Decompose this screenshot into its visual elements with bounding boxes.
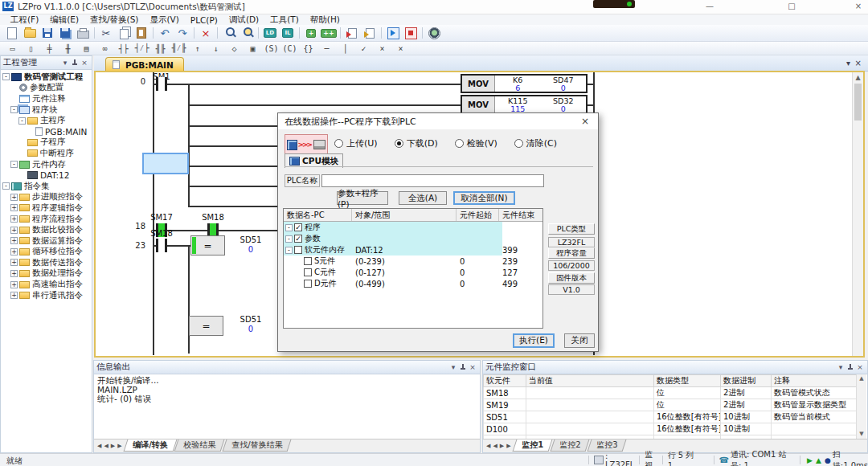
insert-cell-icon[interactable]: + (303, 26, 319, 40)
print-icon[interactable] (75, 26, 91, 40)
checkbox-icon[interactable]: ✓ (294, 223, 302, 231)
set-coil-icon[interactable]: (S) (263, 43, 280, 54)
minimize-button[interactable]: — (702, 1, 718, 12)
row-expander-icon[interactable]: - (285, 235, 293, 243)
dialog-close-icon[interactable]: × (579, 116, 592, 127)
pin-icon[interactable] (458, 362, 468, 372)
tree-item[interactable]: +程序流程指令 (1, 214, 92, 225)
monitor-row[interactable]: D10016位整数[有符号]10进制 (484, 423, 857, 435)
tree-item[interactable]: -主程序 (1, 115, 92, 126)
tree-item[interactable]: 元件注释 (1, 93, 92, 104)
tree-item[interactable]: +程序逻辑指令 (1, 202, 92, 214)
select-frame-icon[interactable]: ▭ (4, 43, 21, 54)
tree-expander-icon[interactable]: + (10, 248, 18, 255)
tab-监控1[interactable]: 监控1 (512, 439, 552, 452)
copy-icon[interactable] (116, 26, 132, 40)
panel-close-icon[interactable]: × (468, 362, 477, 372)
tree-expander-icon[interactable]: - (2, 182, 10, 190)
close-button[interactable]: × (850, 1, 866, 12)
mov-instruction-block[interactable]: MOV K115115 SD320 (461, 95, 588, 114)
download-table-row[interactable]: S元件(0-239)0239 (284, 255, 542, 267)
firmware-version-label[interactable]: 固件版本 (548, 272, 595, 284)
tab-监控2[interactable]: 监控2 (550, 439, 589, 452)
redo-icon[interactable]: ↷ (174, 26, 190, 40)
tree-item[interactable]: -数码管测试工程 (1, 72, 92, 83)
dialog-close-button[interactable]: 关闭 (564, 333, 595, 348)
run-plc-icon[interactable] (385, 26, 401, 40)
contact-sm18-2[interactable] (151, 239, 172, 252)
contact-sm1[interactable] (151, 77, 172, 91)
open-file-icon[interactable] (22, 26, 38, 40)
download-table-row[interactable]: -✓参数 (284, 233, 502, 244)
checkbox-icon[interactable] (304, 280, 312, 288)
tab-编译/转换[interactable]: 编译/转换 (123, 439, 177, 452)
export-program-icon[interactable] (362, 26, 378, 40)
tree-expander-icon[interactable]: + (10, 270, 18, 277)
coil-icon[interactable]: ◇ (226, 43, 243, 54)
nav-first-icon[interactable]: ◀ (97, 443, 101, 449)
tree-expander-icon[interactable]: + (10, 259, 18, 266)
monitor-row[interactable]: SM18位2进制数码管模式状态 (484, 387, 857, 399)
monitor-row[interactable]: SD5116位整数[有符号]10进制数码管当前模式 (484, 411, 857, 423)
delete-row-icon[interactable]: ╫ (59, 43, 76, 54)
radio-清除(C)[interactable]: 清除(C) (514, 137, 557, 149)
dialog-title-bar[interactable]: 在线数据操作--PC程序下载到PLC × (278, 113, 598, 129)
tab-list-dropdown-icon[interactable]: ▾ (846, 59, 850, 67)
editor-vertical-scrollbar[interactable]: ▲ (852, 72, 863, 356)
nav-prev-icon[interactable]: ◀ (104, 443, 108, 449)
download-table-row[interactable]: D元件(0-499)0499 (284, 278, 542, 289)
menu-item[interactable]: 调试(D) (223, 14, 264, 26)
checkbox-icon[interactable] (294, 246, 302, 254)
undo-icon[interactable]: ↶ (157, 26, 173, 40)
tree-item[interactable]: +数据传送指令 (1, 257, 92, 268)
find-icon[interactable] (221, 26, 237, 40)
mov-instruction-block[interactable]: MOV K66 SD470 (461, 74, 588, 93)
rising-edge-icon[interactable]: ↑ (189, 43, 206, 54)
reset-coil-icon[interactable]: (C) (281, 43, 298, 54)
execute-button[interactable]: 执行(E) (513, 333, 555, 348)
radio-检验(V)[interactable]: 检验(V) (455, 137, 497, 149)
tab-查找/替换结果[interactable]: 查找/替换结果 (223, 439, 292, 452)
delete-h-line-icon[interactable]: × (374, 43, 391, 54)
parallel-contact-no-icon[interactable]: ╢╟ (152, 43, 169, 54)
panel-menu-icon[interactable]: ▾ (448, 362, 458, 372)
nav-first-icon[interactable]: ◀ (486, 443, 490, 449)
download-table-row[interactable]: C元件(0-127)0127 (284, 267, 542, 278)
tree-item[interactable]: +步进顺控指令 (1, 192, 92, 203)
menu-item[interactable]: 显示(V) (144, 14, 184, 26)
checkbox-icon[interactable] (304, 257, 312, 265)
checkbox-icon[interactable] (304, 268, 312, 276)
tree-item[interactable]: +数据运算指令 (1, 235, 92, 247)
ladder-view-icon[interactable]: LD (262, 26, 278, 40)
scroll-thumb[interactable] (854, 84, 862, 121)
tree-expander-icon[interactable]: + (10, 227, 18, 234)
tree-expander-icon[interactable]: + (10, 194, 18, 201)
delete-v-line-icon[interactable]: × (392, 43, 409, 54)
selected-cell[interactable] (142, 153, 189, 174)
tree-item[interactable]: 参数配置 (1, 83, 92, 94)
contact-no-icon[interactable]: ┤├ (115, 43, 132, 54)
tree-expander-icon[interactable]: - (10, 106, 18, 113)
scroll-up-icon[interactable]: ▲ (857, 374, 866, 383)
tree-item[interactable]: -程序块 (1, 104, 92, 116)
tree-expander-icon[interactable]: + (10, 281, 18, 288)
pin-icon[interactable] (845, 362, 855, 372)
menu-item[interactable]: 查找/替换(S) (84, 14, 144, 26)
compare-block[interactable]: = (190, 235, 225, 255)
horizontal-line-icon[interactable]: ─ (318, 43, 335, 54)
tree-expander-icon[interactable]: + (10, 215, 18, 223)
save-icon[interactable] (39, 26, 55, 40)
plc-name-input[interactable] (321, 174, 544, 187)
tree-item[interactable]: 中断程序 (1, 148, 92, 159)
tree-expander-icon[interactable]: - (10, 161, 18, 168)
convert-check-icon[interactable]: ✓ (355, 43, 372, 54)
nav-last-icon[interactable]: ▶ (117, 443, 121, 449)
param-program-button[interactable]: 参数+程序(P) (337, 191, 388, 205)
tab-nav-arrows[interactable]: ◀ ◀ ▶ ▶ (94, 439, 125, 452)
insert-row-icon[interactable]: ╪ (41, 43, 58, 54)
tree-item[interactable]: PGB:MAIN (1, 126, 92, 137)
parallel-contact-nc-icon[interactable]: ╢⁄╟ (170, 43, 187, 54)
contact-nc-icon[interactable]: ┤⁄├ (133, 43, 150, 54)
nav-prev-icon[interactable]: ◀ (493, 443, 497, 449)
download-table-row[interactable]: -✓程序 (284, 222, 502, 233)
